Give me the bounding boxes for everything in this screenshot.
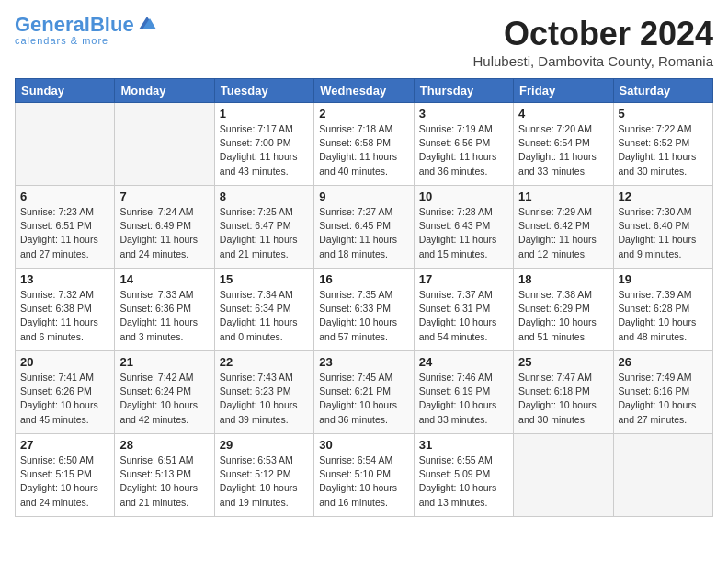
day-number: 9 xyxy=(319,190,408,203)
day-number: 1 xyxy=(220,107,309,121)
day-info: Sunrise: 7:28 AMSunset: 6:43 PMDaylight:… xyxy=(419,205,508,261)
day-cell: 28Sunrise: 6:51 AMSunset: 5:13 PMDayligh… xyxy=(115,434,214,517)
day-cell: 2Sunrise: 7:18 AMSunset: 6:58 PMDaylight… xyxy=(314,103,414,186)
day-info: Sunrise: 6:54 AMSunset: 5:10 PMDaylight:… xyxy=(319,454,408,510)
day-info: Sunrise: 7:41 AMSunset: 6:26 PMDaylight:… xyxy=(20,371,109,427)
day-info: Sunrise: 7:18 AMSunset: 6:58 PMDaylight:… xyxy=(319,122,408,178)
day-cell: 10Sunrise: 7:28 AMSunset: 6:43 PMDayligh… xyxy=(414,186,513,269)
day-cell: 11Sunrise: 7:29 AMSunset: 6:42 PMDayligh… xyxy=(514,186,613,269)
day-cell: 7Sunrise: 7:24 AMSunset: 6:49 PMDaylight… xyxy=(115,186,214,269)
day-cell: 13Sunrise: 7:32 AMSunset: 6:38 PMDayligh… xyxy=(16,269,115,351)
day-info: Sunrise: 6:53 AMSunset: 5:12 PMDaylight:… xyxy=(220,454,309,510)
day-number: 20 xyxy=(20,355,109,369)
day-info: Sunrise: 7:17 AMSunset: 7:00 PMDaylight:… xyxy=(220,122,309,178)
day-info: Sunrise: 7:37 AMSunset: 6:31 PMDaylight:… xyxy=(419,288,508,344)
day-info: Sunrise: 7:33 AMSunset: 6:36 PMDaylight:… xyxy=(119,288,209,344)
week-row-2: 6Sunrise: 7:23 AMSunset: 6:51 PMDaylight… xyxy=(16,186,713,269)
location-title: Hulubesti, Dambovita County, Romania xyxy=(472,53,713,69)
day-number: 25 xyxy=(518,355,608,369)
day-number: 4 xyxy=(518,107,608,121)
day-info: Sunrise: 7:39 AMSunset: 6:28 PMDaylight:… xyxy=(619,288,708,344)
weekday-header-saturday: Saturday xyxy=(613,79,712,103)
logo-tagline: calendars & more xyxy=(15,35,108,46)
day-cell: 1Sunrise: 7:17 AMSunset: 7:00 PMDaylight… xyxy=(214,103,313,186)
day-info: Sunrise: 7:47 AMSunset: 6:18 PMDaylight:… xyxy=(518,371,608,427)
day-info: Sunrise: 7:22 AMSunset: 6:52 PMDaylight:… xyxy=(619,122,708,178)
day-info: Sunrise: 7:25 AMSunset: 6:47 PMDaylight:… xyxy=(220,205,309,261)
weekday-header-thursday: Thursday xyxy=(414,79,513,103)
day-cell: 14Sunrise: 7:33 AMSunset: 6:36 PMDayligh… xyxy=(115,269,214,351)
day-cell xyxy=(115,103,214,186)
day-info: Sunrise: 7:23 AMSunset: 6:51 PMDaylight:… xyxy=(20,205,109,261)
day-number: 13 xyxy=(20,272,109,286)
day-cell: 29Sunrise: 6:53 AMSunset: 5:12 PMDayligh… xyxy=(214,434,313,517)
day-number: 30 xyxy=(319,438,408,452)
day-cell: 9Sunrise: 7:27 AMSunset: 6:45 PMDaylight… xyxy=(314,186,414,269)
day-cell: 30Sunrise: 6:54 AMSunset: 5:10 PMDayligh… xyxy=(314,434,414,517)
day-cell: 20Sunrise: 7:41 AMSunset: 6:26 PMDayligh… xyxy=(16,351,115,434)
day-cell: 17Sunrise: 7:37 AMSunset: 6:31 PMDayligh… xyxy=(414,269,513,351)
day-info: Sunrise: 7:35 AMSunset: 6:33 PMDaylight:… xyxy=(319,288,408,344)
day-cell: 8Sunrise: 7:25 AMSunset: 6:47 PMDaylight… xyxy=(214,186,313,269)
day-cell: 21Sunrise: 7:42 AMSunset: 6:24 PMDayligh… xyxy=(115,351,214,434)
day-cell: 26Sunrise: 7:49 AMSunset: 6:16 PMDayligh… xyxy=(613,351,712,434)
day-number: 11 xyxy=(518,190,608,203)
day-cell: 23Sunrise: 7:45 AMSunset: 6:21 PMDayligh… xyxy=(314,351,414,434)
day-cell xyxy=(514,434,613,517)
day-number: 31 xyxy=(419,438,508,452)
week-row-5: 27Sunrise: 6:50 AMSunset: 5:15 PMDayligh… xyxy=(16,434,713,517)
page-header: GeneralBlue calendars & more October 202… xyxy=(15,15,713,69)
weekday-header-monday: Monday xyxy=(115,79,214,103)
month-title: October 2024 xyxy=(472,15,713,53)
day-number: 7 xyxy=(119,190,209,203)
day-info: Sunrise: 7:19 AMSunset: 6:56 PMDaylight:… xyxy=(419,122,508,178)
calendar-table: SundayMondayTuesdayWednesdayThursdayFrid… xyxy=(15,78,713,517)
day-cell: 6Sunrise: 7:23 AMSunset: 6:51 PMDaylight… xyxy=(16,186,115,269)
day-number: 6 xyxy=(20,190,109,203)
day-number: 23 xyxy=(319,355,408,369)
day-cell: 4Sunrise: 7:20 AMSunset: 6:54 PMDaylight… xyxy=(514,103,613,186)
day-number: 14 xyxy=(119,272,209,286)
logo: GeneralBlue calendars & more xyxy=(15,15,157,46)
day-cell: 5Sunrise: 7:22 AMSunset: 6:52 PMDaylight… xyxy=(613,103,712,186)
day-cell: 12Sunrise: 7:30 AMSunset: 6:40 PMDayligh… xyxy=(613,186,712,269)
day-info: Sunrise: 7:32 AMSunset: 6:38 PMDaylight:… xyxy=(20,288,109,344)
day-info: Sunrise: 7:29 AMSunset: 6:42 PMDaylight:… xyxy=(518,205,608,261)
day-number: 19 xyxy=(619,272,708,286)
day-info: Sunrise: 7:49 AMSunset: 6:16 PMDaylight:… xyxy=(619,371,708,427)
day-number: 17 xyxy=(419,272,508,286)
day-info: Sunrise: 7:24 AMSunset: 6:49 PMDaylight:… xyxy=(119,205,209,261)
day-cell: 19Sunrise: 7:39 AMSunset: 6:28 PMDayligh… xyxy=(613,269,712,351)
title-section: October 2024 Hulubesti, Dambovita County… xyxy=(472,15,713,69)
day-info: Sunrise: 7:38 AMSunset: 6:29 PMDaylight:… xyxy=(518,288,608,344)
day-info: Sunrise: 6:51 AMSunset: 5:13 PMDaylight:… xyxy=(119,454,209,510)
day-number: 22 xyxy=(220,355,309,369)
logo-text: GeneralBlue xyxy=(15,15,134,35)
day-number: 3 xyxy=(419,107,508,121)
weekday-header-sunday: Sunday xyxy=(16,79,115,103)
week-row-1: 1Sunrise: 7:17 AMSunset: 7:00 PMDaylight… xyxy=(16,103,713,186)
day-cell: 27Sunrise: 6:50 AMSunset: 5:15 PMDayligh… xyxy=(16,434,115,517)
weekday-header-friday: Friday xyxy=(514,79,613,103)
day-cell xyxy=(16,103,115,186)
day-info: Sunrise: 7:43 AMSunset: 6:23 PMDaylight:… xyxy=(220,371,309,427)
day-number: 29 xyxy=(220,438,309,452)
day-number: 5 xyxy=(619,107,708,121)
day-info: Sunrise: 7:30 AMSunset: 6:40 PMDaylight:… xyxy=(619,205,708,261)
day-number: 2 xyxy=(319,107,408,121)
weekday-header-wednesday: Wednesday xyxy=(314,79,414,103)
day-number: 18 xyxy=(518,272,608,286)
logo-icon xyxy=(137,15,157,31)
day-cell: 22Sunrise: 7:43 AMSunset: 6:23 PMDayligh… xyxy=(214,351,313,434)
day-number: 26 xyxy=(619,355,708,369)
day-number: 12 xyxy=(619,190,708,203)
day-info: Sunrise: 7:27 AMSunset: 6:45 PMDaylight:… xyxy=(319,205,408,261)
day-number: 24 xyxy=(419,355,508,369)
day-cell xyxy=(613,434,712,517)
day-cell: 15Sunrise: 7:34 AMSunset: 6:34 PMDayligh… xyxy=(214,269,313,351)
day-number: 8 xyxy=(220,190,309,203)
day-number: 10 xyxy=(419,190,508,203)
week-row-3: 13Sunrise: 7:32 AMSunset: 6:38 PMDayligh… xyxy=(16,269,713,351)
day-cell: 25Sunrise: 7:47 AMSunset: 6:18 PMDayligh… xyxy=(514,351,613,434)
day-cell: 24Sunrise: 7:46 AMSunset: 6:19 PMDayligh… xyxy=(414,351,513,434)
